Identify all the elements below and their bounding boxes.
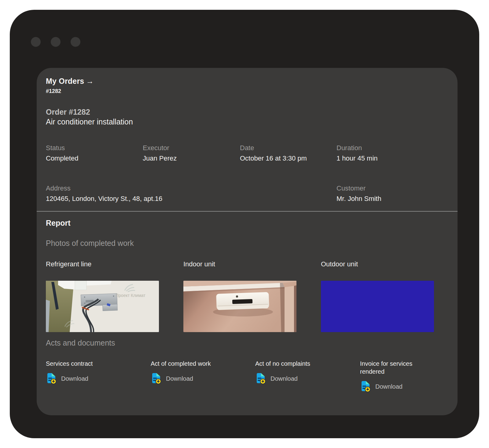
doc-invoice-services: Invoice for services rendered Download [360,360,448,393]
breadcrumb[interactable]: My Orders→ [46,76,448,86]
photo-outdoor-unit[interactable] [321,281,434,332]
executor-value: Juan Perez [143,154,240,162]
download-link-act-completed-work[interactable]: Download [151,372,193,385]
doc-act-completed-work: Act of completed work Download [151,360,255,393]
download-label[interactable]: Download [166,375,193,382]
download-link-invoice-services[interactable]: Download [360,380,403,393]
photo-indoor-unit[interactable] [183,281,296,332]
section-divider [37,211,458,212]
order-details-row-1: Status Completed Executor Juan Perez Dat… [46,144,448,162]
executor-field: Executor Juan Perez [143,144,240,162]
screenshot-canvas: My Orders→ #1282 Order #1282 Air conditi… [0,0,489,448]
photo-cell-indoor-unit: Indoor unit [183,260,321,332]
window-controls [31,37,80,47]
customer-label: Customer [336,184,448,192]
doc-title-act-no-complaints: Act of no complaints [255,360,321,368]
docs-heading: Acts and documents [46,338,448,347]
document-download-icon[interactable] [151,372,162,385]
photo-cell-refrigerant-line: Refrigerant line [46,260,183,332]
report-title: Report [46,218,448,228]
order-card: My Orders→ #1282 Order #1282 Air conditi… [37,68,458,415]
breadcrumb-my-orders-link[interactable]: My Orders [46,77,84,85]
date-value: October 16 at 3:30 pm [240,154,336,162]
status-label: Status [46,144,143,152]
photo-title-outdoor-unit: Outdoor unit [321,260,458,268]
order-details-row-2: Address 120465, London, Victory St., 48,… [46,184,448,203]
status-field: Status Completed [46,144,143,162]
window-dot-3[interactable] [71,37,80,47]
download-label[interactable]: Download [61,375,88,382]
window-dot-1[interactable] [31,37,41,47]
refrigerant-line-photo-graphic: Проект Климат [46,281,159,332]
photo-refrigerant-line[interactable]: Проект Климат [46,281,159,332]
date-label: Date [240,144,336,152]
doc-title-act-completed-work: Act of completed work [151,360,216,368]
address-field: Address 120465, London, Victory St., 48,… [46,184,240,203]
documents-grid: Services contract Download [46,360,448,393]
document-download-icon[interactable] [255,372,266,385]
app-frame: My Orders→ #1282 Order #1282 Air conditi… [10,10,479,438]
status-value: Completed [46,154,143,162]
breadcrumb-order-number: #1282 [46,88,448,94]
doc-title-services-contract: Services contract [46,360,112,368]
doc-services-contract: Services contract Download [46,360,151,393]
duration-value: 1 hour 45 min [336,154,448,162]
document-download-icon[interactable] [46,372,57,385]
doc-title-invoice-services: Invoice for services rendered [360,360,426,376]
order-subtitle: Air conditioner installation [46,117,448,127]
photos-heading: Photos of completed work [46,239,448,248]
document-download-icon[interactable] [360,380,371,393]
order-title: Order #1282 [46,107,448,117]
indoor-unit-photo-graphic [183,281,296,332]
address-value: 120465, London, Victory St., 48, apt.16 [46,195,240,203]
window-dot-2[interactable] [51,37,61,47]
arrow-right-icon: → [86,77,94,85]
doc-act-no-complaints: Act of no complaints Download [255,360,360,393]
download-link-services-contract[interactable]: Download [46,372,88,385]
executor-label: Executor [143,144,240,152]
download-label[interactable]: Download [375,383,403,390]
download-link-act-no-complaints[interactable]: Download [255,372,298,385]
address-label: Address [46,184,240,192]
photo-title-indoor-unit: Indoor unit [183,260,321,268]
duration-label: Duration [336,144,448,152]
photo-watermark-text: Проект Климат [116,293,145,298]
date-field: Date October 16 at 3:30 pm [240,144,336,162]
photos-grid: Refrigerant line [46,260,448,332]
duration-field: Duration 1 hour 45 min [336,144,448,162]
customer-value: Mr. John Smith [336,195,448,203]
customer-field: Customer Mr. John Smith [336,184,448,203]
photo-cell-outdoor-unit: Outdoor unit [321,260,458,332]
download-label[interactable]: Download [270,375,298,382]
photo-title-refrigerant-line: Refrigerant line [46,260,183,268]
